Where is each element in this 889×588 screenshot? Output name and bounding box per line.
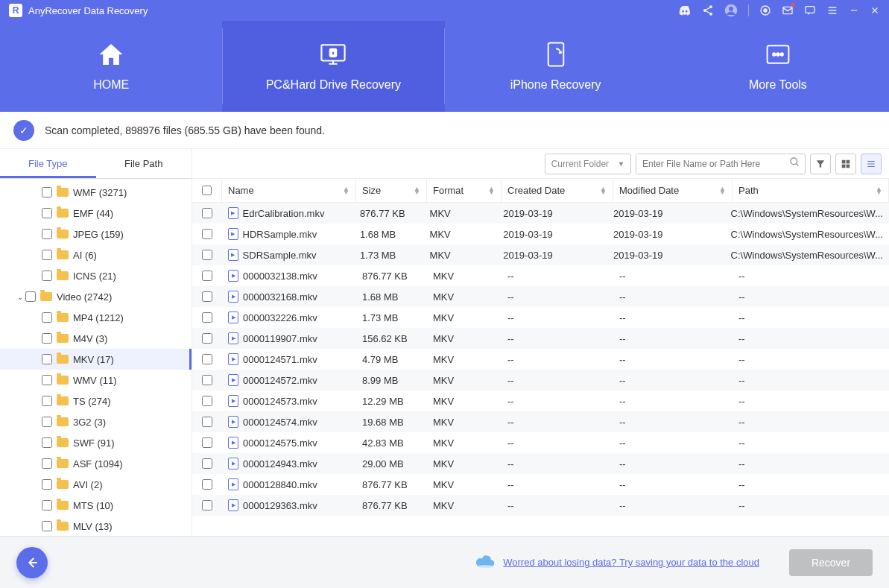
row-checkbox[interactable]	[202, 479, 212, 490]
discord-icon[interactable]	[678, 5, 692, 16]
row-checkbox[interactable]	[202, 354, 212, 364]
col-modified[interactable]: Modified Date▲▼	[613, 179, 733, 202]
svg-point-17	[791, 158, 797, 165]
col-path[interactable]: Path▲▼	[733, 179, 889, 202]
row-checkbox[interactable]	[202, 396, 212, 406]
row-checkbox[interactable]	[202, 417, 212, 427]
row-checkbox[interactable]	[202, 271, 212, 281]
tree-item[interactable]: EMF (44)	[0, 203, 192, 224]
tree-item[interactable]: MLV (13)	[0, 516, 192, 536]
cell-modified: --	[613, 479, 733, 490]
filter-button[interactable]	[810, 154, 831, 174]
row-checkbox[interactable]	[202, 375, 212, 385]
tree-checkbox[interactable]	[42, 437, 52, 448]
tree-item[interactable]: JPEG (159)	[0, 224, 192, 244]
feedback-icon[interactable]	[804, 4, 816, 16]
table-row[interactable]: 0000124943.mkv 29.00 MB MKV -- -- --	[192, 453, 889, 474]
recover-button[interactable]: Recover	[789, 549, 873, 576]
row-checkbox[interactable]	[202, 291, 212, 302]
tree-checkbox[interactable]	[42, 375, 52, 385]
user-icon[interactable]	[724, 4, 738, 17]
tree-item[interactable]: ASF (1094)	[0, 453, 192, 474]
table-row[interactable]: 0000124571.mkv 4.79 MB MKV -- -- --	[192, 349, 889, 370]
tree-item[interactable]: ICNS (21)	[0, 265, 192, 286]
list-view-button[interactable]	[861, 154, 882, 174]
tree-checkbox[interactable]	[42, 479, 52, 490]
menu-icon[interactable]	[826, 4, 838, 16]
tree-item[interactable]: AI (6)	[0, 244, 192, 265]
col-name[interactable]: Name▲▼	[222, 179, 356, 202]
row-checkbox[interactable]	[202, 500, 212, 510]
nav-iphone-recovery[interactable]: iPhone Recovery	[445, 21, 667, 112]
row-checkbox[interactable]	[202, 333, 212, 344]
row-checkbox[interactable]	[202, 250, 212, 260]
col-created[interactable]: Created Date▲▼	[502, 179, 613, 202]
table-row[interactable]: HDRSample.mkv 1.68 MB MKV 2019-03-19 201…	[192, 224, 889, 244]
target-icon[interactable]	[759, 4, 771, 16]
grid-view-button[interactable]	[835, 154, 856, 174]
table-row[interactable]: 0000032226.mkv 1.73 MB MKV -- -- --	[192, 307, 889, 328]
tree-checkbox[interactable]	[42, 312, 52, 323]
search-input[interactable]	[636, 154, 789, 174]
table-row[interactable]: 0000128840.mkv 876.77 KB MKV -- -- --	[192, 474, 889, 495]
table-row[interactable]: 0000129363.mkv 876.77 KB MKV -- -- --	[192, 495, 889, 516]
tree-item[interactable]: SWF (91)	[0, 432, 192, 453]
tree-checkbox[interactable]	[42, 458, 52, 469]
tree-checkbox[interactable]	[42, 250, 52, 260]
table-row[interactable]: 0000119907.mkv 156.62 KB MKV -- -- --	[192, 328, 889, 349]
tree-item[interactable]: AVI (2)	[0, 474, 192, 495]
tree-checkbox[interactable]	[42, 208, 52, 218]
search-icon[interactable]	[789, 157, 800, 171]
back-button[interactable]	[16, 547, 48, 578]
tree-checkbox[interactable]	[42, 187, 52, 197]
tree-item[interactable]: WMF (3271)	[0, 182, 192, 203]
tree-checkbox[interactable]	[42, 354, 52, 364]
tree-checkbox[interactable]	[42, 229, 52, 239]
tree-checkbox[interactable]	[42, 521, 52, 531]
tree-item[interactable]: MTS (10)	[0, 495, 192, 516]
tree-item[interactable]: 3G2 (3)	[0, 411, 192, 432]
tree-checkbox[interactable]	[25, 291, 36, 302]
table-row[interactable]: 0000124575.mkv 42.83 MB MKV -- -- --	[192, 432, 889, 453]
table-row[interactable]: 0000032138.mkv 876.77 KB MKV -- -- --	[192, 265, 889, 286]
tree-item[interactable]: MKV (17)	[0, 349, 192, 370]
tree-item[interactable]: WMV (11)	[0, 370, 192, 391]
tab-file-type[interactable]: File Type	[0, 149, 96, 178]
tree-checkbox[interactable]	[42, 333, 52, 344]
table-row[interactable]: 0000124573.mkv 12.29 MB MKV -- -- --	[192, 391, 889, 411]
tab-file-path[interactable]: File Path	[96, 149, 192, 178]
folder-scope-dropdown[interactable]: Current Folder ▼	[545, 154, 631, 174]
tree-checkbox[interactable]	[42, 500, 52, 510]
row-checkbox[interactable]	[202, 229, 212, 239]
table-row[interactable]: 0000124574.mkv 19.68 MB MKV -- -- --	[192, 411, 889, 432]
row-checkbox[interactable]	[202, 437, 212, 448]
mail-icon[interactable]	[782, 4, 794, 16]
tree-checkbox[interactable]	[42, 271, 52, 281]
table-row[interactable]: 0000032168.mkv 1.68 MB MKV -- -- --	[192, 286, 889, 307]
table-row[interactable]: SDRSample.mkv 1.73 MB MKV 2019-03-19 201…	[192, 244, 889, 265]
tree-item[interactable]: TS (274)	[0, 391, 192, 411]
nav-pc-recovery[interactable]: PC&Hard Drive Recovery	[222, 21, 444, 112]
nav-home[interactable]: HOME	[0, 21, 222, 112]
cell-modified: --	[613, 437, 733, 449]
minimize-icon[interactable]	[849, 5, 859, 16]
row-checkbox[interactable]	[202, 458, 212, 469]
nav-more-tools[interactable]: More Tools	[667, 21, 889, 112]
row-checkbox[interactable]	[202, 208, 212, 218]
tree-item[interactable]: MP4 (1212)	[0, 307, 192, 328]
tree-checkbox[interactable]	[42, 417, 52, 427]
row-checkbox[interactable]	[202, 312, 212, 323]
share-icon[interactable]	[702, 4, 714, 16]
select-all[interactable]	[192, 179, 222, 202]
sort-icon: ▲▼	[488, 187, 495, 195]
close-icon[interactable]	[870, 5, 880, 16]
tree-item[interactable]: M4V (3)	[0, 328, 192, 349]
file-type-tree[interactable]: WMF (3271)EMF (44)JPEG (159)AI (6)ICNS (…	[0, 179, 192, 536]
tree-checkbox[interactable]	[42, 396, 52, 406]
col-format[interactable]: Format▲▼	[427, 179, 502, 202]
col-size[interactable]: Size▲▼	[356, 179, 427, 202]
tree-group-video[interactable]: ⌄Video (2742)	[0, 286, 192, 307]
table-row[interactable]: EdrCalibration.mkv 876.77 KB MKV 2019-03…	[192, 203, 889, 224]
table-row[interactable]: 0000124572.mkv 8.99 MB MKV -- -- --	[192, 370, 889, 391]
cloud-backup-link[interactable]: Worred about losing data? Try saving you…	[475, 554, 759, 571]
